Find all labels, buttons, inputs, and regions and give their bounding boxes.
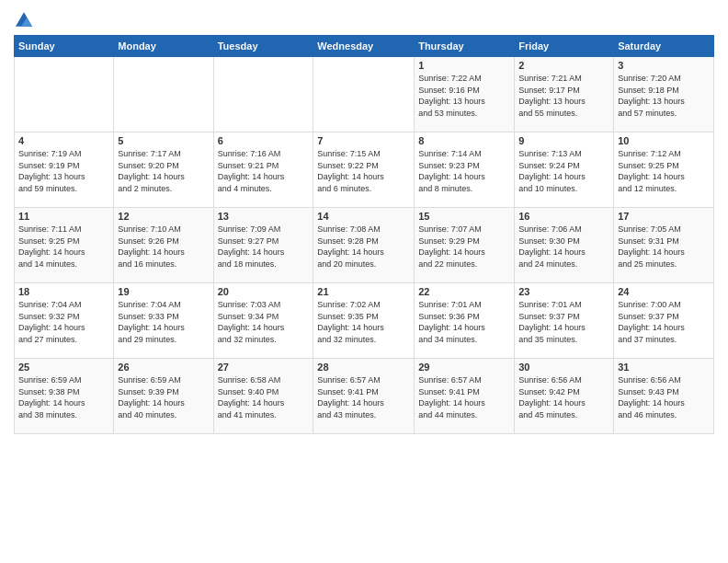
calendar-day-cell: 31Sunrise: 6:56 AM Sunset: 9:43 PM Dayli… bbox=[614, 359, 714, 434]
day-content: Sunrise: 7:11 AM Sunset: 9:25 PM Dayligh… bbox=[18, 224, 109, 270]
day-number: 22 bbox=[418, 286, 510, 297]
calendar-table: SundayMondayTuesdayWednesdayThursdayFrid… bbox=[14, 35, 714, 434]
day-content: Sunrise: 7:01 AM Sunset: 9:36 PM Dayligh… bbox=[418, 299, 510, 345]
calendar-day-cell: 7Sunrise: 7:15 AM Sunset: 9:22 PM Daylig… bbox=[313, 132, 415, 208]
day-number: 16 bbox=[518, 211, 609, 222]
day-number: 2 bbox=[518, 60, 609, 71]
day-number: 18 bbox=[18, 286, 109, 297]
day-content: Sunrise: 7:02 AM Sunset: 9:35 PM Dayligh… bbox=[317, 299, 410, 345]
calendar-day-cell: 29Sunrise: 6:57 AM Sunset: 9:41 PM Dayli… bbox=[415, 359, 515, 434]
day-number: 26 bbox=[118, 362, 209, 373]
calendar-day-cell: 8Sunrise: 7:14 AM Sunset: 9:23 PM Daylig… bbox=[415, 132, 515, 208]
calendar-day-header: Monday bbox=[114, 36, 213, 57]
calendar-day-cell: 12Sunrise: 7:10 AM Sunset: 9:26 PM Dayli… bbox=[114, 208, 213, 283]
calendar-day-cell: 14Sunrise: 7:08 AM Sunset: 9:28 PM Dayli… bbox=[313, 208, 415, 283]
day-content: Sunrise: 7:14 AM Sunset: 9:23 PM Dayligh… bbox=[418, 148, 510, 194]
calendar-day-header: Sunday bbox=[15, 36, 114, 57]
calendar-week-row: 25Sunrise: 6:59 AM Sunset: 9:38 PM Dayli… bbox=[15, 359, 714, 434]
day-number: 13 bbox=[218, 211, 310, 222]
day-content: Sunrise: 7:22 AM Sunset: 9:16 PM Dayligh… bbox=[418, 73, 510, 119]
calendar-day-cell: 30Sunrise: 6:56 AM Sunset: 9:42 PM Dayli… bbox=[515, 359, 614, 434]
day-content: Sunrise: 7:03 AM Sunset: 9:34 PM Dayligh… bbox=[218, 299, 310, 345]
day-number: 23 bbox=[518, 286, 609, 297]
calendar-day-header: Saturday bbox=[614, 36, 714, 57]
day-number: 27 bbox=[218, 362, 310, 373]
calendar-header-row: SundayMondayTuesdayWednesdayThursdayFrid… bbox=[15, 36, 714, 57]
day-number: 19 bbox=[118, 286, 209, 297]
day-number: 17 bbox=[618, 211, 710, 222]
calendar-day-cell: 19Sunrise: 7:04 AM Sunset: 9:33 PM Dayli… bbox=[114, 283, 213, 359]
day-content: Sunrise: 6:57 AM Sunset: 9:41 PM Dayligh… bbox=[418, 374, 510, 420]
day-content: Sunrise: 7:04 AM Sunset: 9:32 PM Dayligh… bbox=[18, 299, 109, 345]
day-number: 4 bbox=[18, 135, 109, 146]
day-number: 15 bbox=[418, 211, 510, 222]
day-content: Sunrise: 6:56 AM Sunset: 9:42 PM Dayligh… bbox=[518, 374, 609, 420]
day-content: Sunrise: 6:57 AM Sunset: 9:41 PM Dayligh… bbox=[317, 374, 410, 420]
day-number: 6 bbox=[218, 135, 310, 146]
day-number: 8 bbox=[418, 135, 510, 146]
calendar-day-cell: 24Sunrise: 7:00 AM Sunset: 9:37 PM Dayli… bbox=[614, 283, 714, 359]
day-number: 25 bbox=[18, 362, 109, 373]
day-content: Sunrise: 7:08 AM Sunset: 9:28 PM Dayligh… bbox=[317, 224, 410, 270]
calendar-day-header: Thursday bbox=[415, 36, 515, 57]
day-number: 30 bbox=[518, 362, 609, 373]
day-number: 21 bbox=[317, 286, 410, 297]
calendar-day-header: Tuesday bbox=[213, 36, 313, 57]
calendar-day-cell: 22Sunrise: 7:01 AM Sunset: 9:36 PM Dayli… bbox=[415, 283, 515, 359]
calendar-day-cell: 25Sunrise: 6:59 AM Sunset: 9:38 PM Dayli… bbox=[15, 359, 114, 434]
day-content: Sunrise: 6:56 AM Sunset: 9:43 PM Dayligh… bbox=[618, 374, 710, 420]
day-number: 14 bbox=[317, 211, 410, 222]
day-number: 24 bbox=[618, 286, 710, 297]
day-content: Sunrise: 7:13 AM Sunset: 9:24 PM Dayligh… bbox=[518, 148, 609, 194]
header bbox=[14, 9, 714, 28]
day-content: Sunrise: 7:05 AM Sunset: 9:31 PM Dayligh… bbox=[618, 224, 710, 270]
day-content: Sunrise: 7:04 AM Sunset: 9:33 PM Dayligh… bbox=[118, 299, 209, 345]
day-content: Sunrise: 7:12 AM Sunset: 9:25 PM Dayligh… bbox=[618, 148, 710, 194]
day-number: 20 bbox=[218, 286, 310, 297]
day-content: Sunrise: 7:01 AM Sunset: 9:37 PM Dayligh… bbox=[518, 299, 609, 345]
day-content: Sunrise: 6:59 AM Sunset: 9:38 PM Dayligh… bbox=[18, 374, 109, 420]
day-content: Sunrise: 7:15 AM Sunset: 9:22 PM Dayligh… bbox=[317, 148, 410, 194]
calendar-day-cell: 6Sunrise: 7:16 AM Sunset: 9:21 PM Daylig… bbox=[213, 132, 313, 208]
calendar-day-cell: 17Sunrise: 7:05 AM Sunset: 9:31 PM Dayli… bbox=[614, 208, 714, 283]
calendar-day-cell: 20Sunrise: 7:03 AM Sunset: 9:34 PM Dayli… bbox=[213, 283, 313, 359]
calendar-week-row: 4Sunrise: 7:19 AM Sunset: 9:19 PM Daylig… bbox=[15, 132, 714, 208]
calendar-day-cell: 28Sunrise: 6:57 AM Sunset: 9:41 PM Dayli… bbox=[313, 359, 415, 434]
calendar-day-cell: 13Sunrise: 7:09 AM Sunset: 9:27 PM Dayli… bbox=[213, 208, 313, 283]
calendar-week-row: 11Sunrise: 7:11 AM Sunset: 9:25 PM Dayli… bbox=[15, 208, 714, 283]
calendar-day-cell: 4Sunrise: 7:19 AM Sunset: 9:19 PM Daylig… bbox=[15, 132, 114, 208]
day-content: Sunrise: 7:07 AM Sunset: 9:29 PM Dayligh… bbox=[418, 224, 510, 270]
calendar-day-cell bbox=[15, 57, 114, 132]
day-number: 10 bbox=[618, 135, 710, 146]
day-number: 12 bbox=[118, 211, 209, 222]
day-content: Sunrise: 6:58 AM Sunset: 9:40 PM Dayligh… bbox=[218, 374, 310, 420]
day-number: 5 bbox=[118, 135, 209, 146]
logo-icon bbox=[16, 11, 32, 28]
day-content: Sunrise: 6:59 AM Sunset: 9:39 PM Dayligh… bbox=[118, 374, 209, 420]
day-number: 1 bbox=[418, 60, 510, 71]
calendar-day-cell: 15Sunrise: 7:07 AM Sunset: 9:29 PM Dayli… bbox=[415, 208, 515, 283]
day-content: Sunrise: 7:19 AM Sunset: 9:19 PM Dayligh… bbox=[18, 148, 109, 194]
calendar-day-cell: 5Sunrise: 7:17 AM Sunset: 9:20 PM Daylig… bbox=[114, 132, 213, 208]
calendar-day-cell: 16Sunrise: 7:06 AM Sunset: 9:30 PM Dayli… bbox=[515, 208, 614, 283]
day-content: Sunrise: 7:06 AM Sunset: 9:30 PM Dayligh… bbox=[518, 224, 609, 270]
calendar-day-cell: 1Sunrise: 7:22 AM Sunset: 9:16 PM Daylig… bbox=[415, 57, 515, 132]
calendar-day-cell bbox=[114, 57, 213, 132]
calendar-week-row: 18Sunrise: 7:04 AM Sunset: 9:32 PM Dayli… bbox=[15, 283, 714, 359]
day-number: 3 bbox=[618, 60, 710, 71]
calendar-day-cell: 27Sunrise: 6:58 AM Sunset: 9:40 PM Dayli… bbox=[213, 359, 313, 434]
calendar-week-row: 1Sunrise: 7:22 AM Sunset: 9:16 PM Daylig… bbox=[15, 57, 714, 132]
calendar-day-header: Friday bbox=[515, 36, 614, 57]
calendar-day-cell bbox=[313, 57, 415, 132]
day-number: 11 bbox=[18, 211, 109, 222]
page: SundayMondayTuesdayWednesdayThursdayFrid… bbox=[0, 0, 728, 563]
day-content: Sunrise: 7:09 AM Sunset: 9:27 PM Dayligh… bbox=[218, 224, 310, 270]
calendar-day-header: Wednesday bbox=[313, 36, 415, 57]
day-content: Sunrise: 7:00 AM Sunset: 9:37 PM Dayligh… bbox=[618, 299, 710, 345]
calendar-day-cell: 3Sunrise: 7:20 AM Sunset: 9:18 PM Daylig… bbox=[614, 57, 714, 132]
calendar-day-cell: 9Sunrise: 7:13 AM Sunset: 9:24 PM Daylig… bbox=[515, 132, 614, 208]
day-content: Sunrise: 7:16 AM Sunset: 9:21 PM Dayligh… bbox=[218, 148, 310, 194]
calendar-day-cell: 10Sunrise: 7:12 AM Sunset: 9:25 PM Dayli… bbox=[614, 132, 714, 208]
day-number: 9 bbox=[518, 135, 609, 146]
day-number: 29 bbox=[418, 362, 510, 373]
